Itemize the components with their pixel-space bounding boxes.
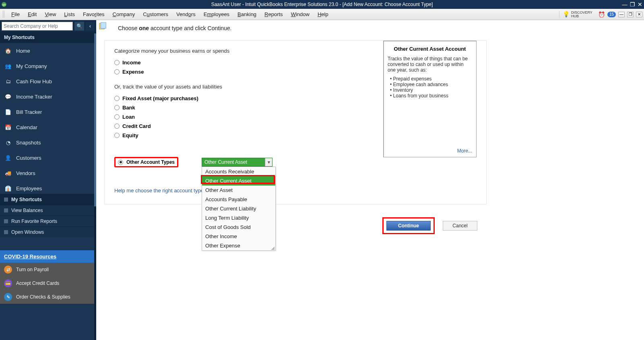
help-bullet: Inventory — [390, 87, 472, 93]
sidebar-item-employees[interactable]: 👔Employees — [0, 181, 96, 194]
sidebar-item-label: Home — [16, 48, 30, 54]
menu-customers[interactable]: Customers — [139, 10, 172, 19]
help-bullet: Loans from your business — [390, 93, 472, 99]
menu-view[interactable]: View — [41, 10, 60, 19]
window-restore-button[interactable]: ❐ — [630, 1, 635, 8]
dropdown-option-other-expense[interactable]: Other Expense — [202, 241, 275, 250]
radio-other-account-types-label[interactable]: Other Account Types — [126, 159, 175, 165]
radio-label: Equity — [122, 132, 138, 138]
radio-label: Income — [122, 60, 141, 66]
discovery-hub-button[interactable]: 💡 DISCOVERYHUB — [559, 11, 596, 18]
menu-favorites[interactable]: Favorites — [79, 10, 108, 19]
menu-vendors[interactable]: Vendors — [172, 10, 200, 19]
radio-icon[interactable] — [118, 160, 123, 165]
sidebar-item-bill-tracker[interactable]: 📄Bill Tracker — [0, 104, 96, 120]
window-title: SaasAnt User - Intuit QuickBooks Enterpr… — [211, 2, 433, 7]
sidebar-tab-open-windows[interactable]: Open Windows — [0, 227, 96, 237]
dropdown-option-other-current-asset[interactable]: Other Current Asset — [202, 176, 275, 185]
help-box-more-link[interactable]: More... — [457, 148, 472, 154]
continue-button[interactable]: Continue — [386, 221, 431, 231]
menu-company[interactable]: Company — [109, 10, 139, 19]
resource-order-checks[interactable]: ✎Order Checks & Supplies — [0, 290, 96, 304]
company-icon: 👥 — [4, 62, 12, 70]
sidebar-item-customers[interactable]: 👤Customers — [0, 150, 96, 165]
menu-banking[interactable]: Banking — [233, 10, 260, 19]
child-close-button[interactable]: ✕ — [636, 12, 642, 17]
radio-label: Expense — [122, 69, 144, 75]
calendar-icon: 📅 — [4, 123, 12, 131]
sidebar-item-vendors[interactable]: 🚚Vendors — [0, 165, 96, 181]
sidebar-item-label: Employees — [16, 185, 42, 192]
help-box-desc: Tracks the value of things that can be c… — [388, 56, 472, 73]
search-input[interactable] — [2, 22, 73, 31]
menu-employees[interactable]: Employees — [200, 10, 233, 19]
sidebar-item-snapshots[interactable]: ◔Snapshots — [0, 135, 96, 150]
resize-grip-icon[interactable] — [271, 247, 275, 250]
truck-icon: 🚚 — [4, 169, 12, 177]
window-minimize-button[interactable]: — — [622, 1, 627, 8]
square-icon — [4, 198, 8, 202]
sidebar-tab-my-shortcuts[interactable]: My Shortcuts — [0, 194, 96, 205]
radio-icon — [114, 105, 120, 110]
left-sidebar: 🔍 ‹ My Shortcuts 🏠Home 👥My Company 🗂Cash… — [0, 20, 96, 340]
sidebar-collapse-button[interactable]: ‹ — [86, 22, 95, 31]
radio-icon — [114, 124, 120, 129]
highlight-other-account-types: Other Account Types — [114, 157, 178, 167]
dropdown-option-accounts-receivable[interactable]: Accounts Receivable — [202, 167, 275, 176]
sidebar-item-income-tracker[interactable]: 💬Income Tracker — [0, 89, 96, 104]
resource-turn-on-payroll[interactable]: ⇄Turn on Payroll — [0, 263, 96, 276]
credit-card-icon: 💳 — [4, 279, 12, 287]
dropdown-option-cost-of-goods-sold[interactable]: Cost of Goods Sold — [202, 223, 275, 232]
checks-icon: ✎ — [4, 293, 12, 301]
wizard-page-icon — [99, 22, 107, 31]
radio-label: Fixed Asset (major purchases) — [122, 95, 198, 101]
menu-window[interactable]: Window — [287, 10, 314, 19]
sidebar-tab-view-balances[interactable]: View Balances — [0, 205, 96, 216]
bill-icon: 📄 — [4, 108, 12, 116]
payroll-icon: ⇄ — [4, 266, 12, 274]
menu-reports[interactable]: Reports — [260, 10, 287, 19]
income-icon: 💬 — [4, 93, 12, 101]
menu-file[interactable]: File — [7, 10, 24, 19]
radio-icon — [114, 96, 120, 101]
sidebar-item-label: Customers — [16, 155, 41, 161]
menu-help[interactable]: Help — [314, 10, 332, 19]
other-account-type-dropdown[interactable]: Other Current Asset ▾ Accounts Receivabl… — [202, 158, 272, 167]
main-menu-bar: File Edit View Lists Favorites Company C… — [0, 9, 644, 20]
dropdown-option-long-term-liability[interactable]: Long Term Liability — [202, 213, 275, 223]
reminders-badge[interactable]: 15 — [607, 12, 616, 17]
person-icon: 👤 — [4, 154, 12, 162]
dropdown-option-other-income[interactable]: Other Income — [202, 232, 275, 241]
dropdown-option-accounts-payable[interactable]: Accounts Payable — [202, 195, 275, 204]
dropdown-option-other-current-liability[interactable]: Other Current Liability — [202, 204, 275, 213]
menu-edit[interactable]: Edit — [24, 10, 41, 19]
help-choose-account-link[interactable]: Help me choose the right account type. — [114, 188, 477, 194]
sidebar-item-cash-flow-hub[interactable]: 🗂Cash Flow Hub — [0, 74, 96, 89]
chevron-down-icon[interactable]: ▾ — [265, 158, 272, 166]
child-restore-button[interactable]: ❐ — [627, 12, 634, 17]
child-minimize-button[interactable]: — — [618, 12, 625, 17]
radio-icon — [114, 69, 120, 74]
home-icon: 🏠 — [4, 47, 12, 55]
cancel-button[interactable]: Cancel — [443, 221, 477, 231]
sidebar-item-calendar[interactable]: 📅Calendar — [0, 120, 96, 135]
resource-accept-credit-cards[interactable]: 💳Accept Credit Cards — [0, 276, 96, 290]
sidebar-item-home[interactable]: 🏠Home — [0, 43, 96, 58]
help-bullet: Prepaid expenses — [390, 76, 472, 82]
button-label: Continue — [398, 223, 419, 229]
reminders-icon[interactable]: ⏰ — [598, 11, 605, 18]
square-icon — [4, 208, 8, 212]
dropdown-option-other-asset[interactable]: Other Asset — [202, 185, 275, 195]
quickbooks-logo-icon: qb — [2, 2, 6, 7]
window-close-button[interactable]: ✕ — [638, 1, 642, 8]
search-button[interactable]: 🔍 — [74, 22, 84, 31]
window-titlebar: qb SaasAnt User - Intuit QuickBooks Ente… — [0, 0, 644, 9]
menu-lists[interactable]: Lists — [60, 10, 79, 19]
main-content: Choose one account type and click Contin… — [96, 20, 644, 340]
radio-icon — [114, 114, 120, 120]
sidebar-item-my-company[interactable]: 👥My Company — [0, 58, 96, 74]
sidebar-tab-run-favorite-reports[interactable]: Run Favorite Reports — [0, 216, 96, 227]
covid-resources-link[interactable]: COVID-19 Resources — [0, 250, 96, 263]
resource-label: Order Checks & Supplies — [16, 294, 70, 300]
resource-label: Accept Credit Cards — [16, 280, 59, 286]
